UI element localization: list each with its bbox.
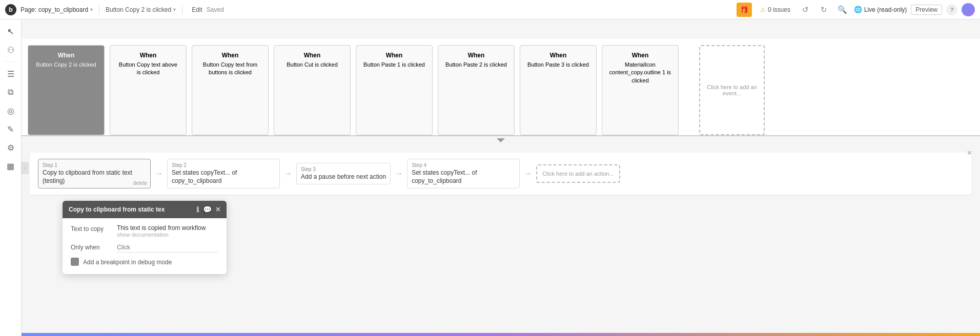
step-item-4[interactable]: Step 4Set states copyText... of copy_to_… [407, 159, 520, 188]
step-label-1: Copy to clipboard from static text (test… [43, 169, 146, 185]
event-card-label-4: Button Paste 1 is clicked [363, 61, 425, 69]
event-chevron-icon: ▾ [173, 7, 176, 12]
sidebar-icon-settings[interactable]: ⚙ [3, 140, 18, 155]
sidebar-icon-cursor[interactable]: ↖ [3, 24, 18, 39]
topbar-divider-2 [182, 5, 182, 14]
event-selector[interactable]: Button Copy 2 is clicked ▾ [106, 6, 176, 13]
step-arrow-1: → [284, 169, 292, 178]
sidebar-icon-chart[interactable]: ▦ [3, 158, 18, 174]
gift-icon[interactable]: 🎁 [737, 3, 752, 17]
step-label-4: Set states copyText... of copy_to_clipbo… [412, 169, 515, 185]
event-card-3[interactable]: WhenButton Cut is clicked [274, 45, 351, 135]
sidebar-icon-users[interactable]: ⚇ [3, 42, 18, 57]
sidebar-icon-list[interactable]: ☰ [3, 66, 18, 81]
live-status: 🌐 Live (read-only) [854, 6, 907, 13]
event-card-label-3: Button Cut is clicked [287, 61, 338, 69]
undo-button[interactable]: ↺ [799, 3, 813, 17]
help-button[interactable]: ? [946, 4, 957, 15]
page-breadcrumb[interactable]: Page: copy_to_clipboard ▾ [21, 6, 93, 13]
page-label: Page: copy_to_clipboard [21, 6, 88, 13]
popup-text-row: Text to copy This text is copied from wo… [71, 224, 218, 238]
popup-onlywhen-label: Only when [71, 243, 112, 251]
event-card-label-2: Button Copy text from buttons is clicked [198, 61, 262, 77]
popup-text-value: This text is copied from workflow [117, 224, 218, 232]
sidebar-divider [5, 61, 17, 62]
event-card-6[interactable]: WhenButton Paste 3 is clicked [520, 45, 597, 135]
event-card-label-6: Button Paste 3 is clicked [527, 61, 589, 69]
event-card-when-7: When [632, 52, 649, 59]
scroll-indicator [22, 136, 980, 144]
popup-doc-link[interactable]: show documentation [117, 232, 218, 238]
event-card-when-6: When [550, 52, 567, 59]
redo-button[interactable]: ↻ [817, 3, 831, 17]
event-card-7[interactable]: WhenMaterialIcon content_copy.outline 1 … [602, 45, 679, 135]
popup-close-button[interactable]: × [216, 205, 220, 214]
event-label: Button Copy 2 is clicked [106, 6, 171, 13]
event-card-when-2: When [222, 52, 239, 59]
event-card-1[interactable]: WhenButton Copy text above is clicked [110, 45, 187, 135]
event-card-label-1: Button Copy text above is clicked [116, 61, 180, 77]
event-card-when-5: When [468, 52, 485, 59]
issues-badge[interactable]: ⚠ 0 issues [760, 6, 790, 13]
popup-breakpoint-row: Add a breakpoint in debug mode [71, 258, 218, 268]
event-card-label-5: Button Paste 2 is clicked [445, 61, 507, 69]
popup-title: Copy to clipboard from static tex [69, 206, 165, 213]
step-label-2: Set states copyText... of copy_to_clipbo… [172, 169, 275, 185]
popup-onlywhen-row: Only when [71, 243, 218, 253]
event-card-0[interactable]: WhenButton Copy 2 is clicked [28, 45, 105, 135]
sidebar-toggle[interactable]: › [22, 162, 29, 174]
add-event-label: Click here to add an event... [706, 84, 758, 96]
step-arrow-last: → [524, 169, 532, 178]
popup-breakpoint-checkbox[interactable] [71, 258, 79, 266]
event-card-2[interactable]: WhenButton Copy text from buttons is cli… [192, 45, 269, 135]
events-row: WhenButton Copy 2 is clickedWhenButton C… [22, 39, 980, 136]
scroll-triangle-icon[interactable] [497, 138, 505, 142]
saved-label: Saved [207, 6, 224, 13]
sidebar: ↖ ⚇ ☰ ⧉ ◎ ✎ ⚙ ▦ [0, 19, 22, 336]
step-arrow-0: → [155, 169, 163, 178]
sidebar-icon-circle[interactable]: ◎ [3, 103, 18, 118]
step-num-3: Step 3 [301, 166, 386, 172]
popup-text-label: Text to copy [71, 224, 112, 233]
sidebar-icon-layers[interactable]: ⧉ [3, 85, 18, 100]
event-card-4[interactable]: WhenButton Paste 1 is clicked [356, 45, 433, 135]
edit-label: Edit [192, 6, 202, 13]
popup-header-icons: ℹ 💬 × [196, 205, 220, 214]
workflow-close-button[interactable]: × [967, 149, 972, 158]
event-card-when-1: When [140, 52, 157, 59]
event-card-when-3: When [304, 52, 321, 59]
app-logo: b [5, 4, 16, 15]
avatar[interactable] [962, 3, 975, 16]
issues-count: 0 issues [768, 6, 790, 13]
step-row: Step 1Copy to clipboard from static text… [30, 153, 972, 195]
add-action-button[interactable]: Click here to add an action... [536, 164, 620, 183]
step-label-3: Add a pause before next action [301, 173, 386, 181]
event-card-label-0: Button Copy 2 is clicked [36, 61, 96, 69]
topbar-divider-1 [99, 5, 99, 14]
step-item-2[interactable]: Step 2Set states copyText... of copy_to_… [167, 159, 280, 188]
globe-icon: 🌐 [854, 6, 862, 13]
add-event-card[interactable]: Click here to add an event... [699, 45, 765, 135]
step-delete-1[interactable]: delete [133, 180, 147, 186]
search-button[interactable]: 🔍 [835, 3, 850, 17]
sidebar-icon-pin[interactable]: ✎ [3, 121, 18, 137]
popup-onlywhen-input[interactable] [117, 243, 218, 253]
step-arrow-2: → [395, 169, 403, 178]
popup-info-icon[interactable]: ℹ [196, 205, 199, 214]
warning-icon: ⚠ [760, 6, 766, 13]
event-card-5[interactable]: WhenButton Paste 2 is clicked [438, 45, 515, 135]
popup-text-content: This text is copied from workflow show d… [117, 224, 218, 238]
page-chevron-icon: ▾ [90, 7, 93, 12]
bottom-bar [0, 333, 980, 336]
step-item-1[interactable]: Step 1Copy to clipboard from static text… [38, 159, 151, 188]
preview-button[interactable]: Preview [911, 5, 942, 15]
topbar: b Page: copy_to_clipboard ▾ Button Copy … [0, 0, 980, 19]
popup-body: Text to copy This text is copied from wo… [63, 218, 227, 274]
step-item-3[interactable]: Step 3Add a pause before next action [296, 163, 391, 185]
popup-comment-icon[interactable]: 💬 [203, 205, 212, 214]
event-card-when-4: When [386, 52, 403, 59]
step-num-2: Step 2 [172, 162, 275, 168]
event-card-when-0: When [58, 52, 75, 59]
popup-header: Copy to clipboard from static tex ℹ 💬 × [63, 201, 227, 218]
step-num-1: Step 1 [43, 162, 146, 168]
